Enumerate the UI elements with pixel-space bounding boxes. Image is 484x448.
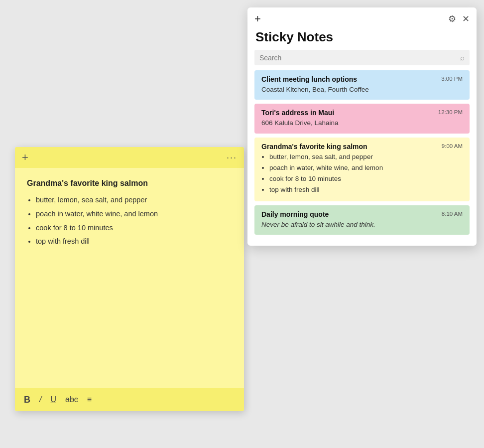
- note-time: 9:00 AM: [442, 143, 463, 149]
- panel-titlebar: + ⚙ ✕: [247, 7, 477, 27]
- panel-title: Sticky Notes: [247, 27, 477, 50]
- yellow-note-toolbar: B / U abc ≡: [15, 388, 244, 411]
- list-item: poach in water, white wine, and lemon: [269, 163, 463, 173]
- search-icon: ⌕: [460, 53, 465, 62]
- note-body: butter, lemon, sea salt, and pepper poac…: [261, 152, 463, 195]
- strikethrough-button[interactable]: abc: [65, 395, 78, 404]
- note-time: 12:30 PM: [438, 109, 463, 115]
- list-button[interactable]: ≡: [87, 395, 92, 404]
- note-card-daily-quote[interactable]: Daily morning quote 8:10 AM Never be afr…: [254, 205, 470, 235]
- note-card-header: Grandma's favorite king salmon 9:00 AM: [261, 143, 463, 150]
- note-card-client-meeting[interactable]: Client meeting lunch options 3:00 PM Coa…: [254, 70, 470, 100]
- note-card-tori-address[interactable]: Tori's address in Maui 12:30 PM 606 Kalu…: [254, 104, 470, 133]
- note-title: Grandma's favorite king salmon: [261, 143, 437, 150]
- list-item: cook for 8 to 10 minutes: [269, 174, 463, 184]
- yellow-note-title: Grandma's favorite king salmon: [27, 179, 232, 188]
- bold-button[interactable]: B: [24, 395, 30, 405]
- search-input[interactable]: [259, 54, 457, 62]
- note-time: 3:00 PM: [441, 76, 463, 82]
- note-card-header: Client meeting lunch options 3:00 PM: [261, 75, 463, 83]
- note-body: Coastal Kitchen, Bea, Fourth Coffee: [261, 85, 463, 95]
- note-title: Daily morning quote: [261, 210, 437, 218]
- yellow-note-add-button[interactable]: +: [22, 152, 28, 163]
- yellow-sticky-note: + ··· Grandma's favorite king salmon but…: [15, 147, 244, 411]
- yellow-note-list: butter, lemon, sea salt, and pepper poac…: [27, 195, 232, 247]
- italic-button[interactable]: /: [39, 395, 41, 404]
- yellow-note-menu-button[interactable]: ···: [227, 152, 237, 163]
- list-item: cook for 8 to 10 minutes: [36, 223, 232, 234]
- underline-button[interactable]: U: [50, 395, 56, 404]
- yellow-note-body: Grandma's favorite king salmon butter, l…: [15, 168, 244, 388]
- list-item: top with fresh dill: [269, 185, 463, 195]
- close-icon[interactable]: ✕: [462, 13, 470, 24]
- settings-icon[interactable]: ⚙: [448, 13, 456, 24]
- yellow-note-header: + ···: [15, 147, 244, 168]
- note-body: Never be afraid to sit awhile and think.: [261, 220, 463, 230]
- list-item: top with fresh dill: [36, 236, 232, 247]
- note-body: 606 Kalula Drive, Lahaina: [261, 118, 463, 128]
- sticky-notes-panel: + ⚙ ✕ Sticky Notes ⌕ Client meeting lunc…: [247, 7, 477, 246]
- note-title: Tori's address in Maui: [261, 109, 433, 117]
- note-card-header: Tori's address in Maui 12:30 PM: [261, 109, 463, 117]
- panel-icons: ⚙ ✕: [448, 13, 470, 24]
- list-item: butter, lemon, sea salt, and pepper: [36, 195, 232, 206]
- note-time: 8:10 AM: [442, 211, 463, 217]
- list-item: butter, lemon, sea salt, and pepper: [269, 152, 463, 162]
- note-card-salmon[interactable]: Grandma's favorite king salmon 9:00 AM b…: [254, 138, 470, 201]
- panel-add-button[interactable]: +: [254, 12, 261, 25]
- notes-list: Client meeting lunch options 3:00 PM Coa…: [247, 70, 477, 246]
- note-title: Client meeting lunch options: [261, 75, 436, 83]
- list-item: poach in water, white wine, and lemon: [36, 209, 232, 220]
- note-card-header: Daily morning quote 8:10 AM: [261, 210, 463, 218]
- search-bar[interactable]: ⌕: [254, 50, 470, 65]
